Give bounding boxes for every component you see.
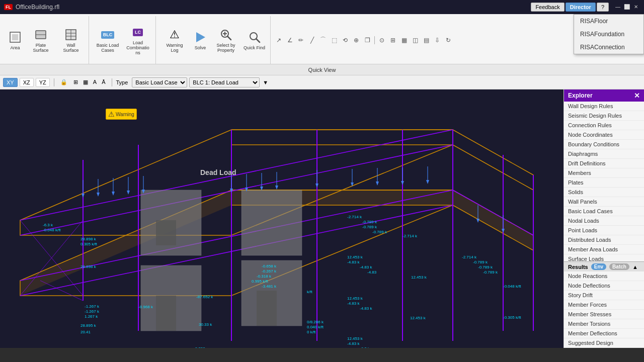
results-list: Node ReactionsNode DeflectionsStory Drif… [564,272,644,348]
director-button[interactable]: Director [566,3,596,12]
results-item-2[interactable]: Story Drift [564,291,644,300]
explorer-item-11[interactable]: Basic Load Cases [564,207,644,216]
explorer-item-7[interactable]: Members [564,168,644,178]
line-icon[interactable]: ╱ [307,35,317,45]
svg-text:Dead Load: Dead Load [200,168,236,176]
wall-icon[interactable]: ▤ [421,35,431,45]
svg-text:-0.305 k/ft: -0.305 k/ft [503,315,521,320]
text1-icon[interactable]: A [91,78,99,86]
results-item-6[interactable]: Member Deflections [564,329,644,338]
grid1-icon[interactable]: ⊞ [71,78,80,86]
results-header: Results Env Batch ▲ [564,262,644,272]
svg-rect-44 [257,291,277,326]
area-button[interactable]: Area [5,28,25,52]
app-icon: FL [4,4,13,10]
svg-text:-0.789 k: -0.789 k [473,260,488,264]
results-item-5[interactable]: Member Torsions [564,319,644,329]
viewport[interactable]: -6.3 k -0.048 k/ft 28.898 k 28.898 k 0.3… [0,89,564,348]
warning-badge[interactable]: ⚠ Warning [106,109,137,120]
plane-xy-button[interactable]: XY [3,78,18,87]
results-item-4[interactable]: Member Stresses [564,310,644,319]
lock-icon[interactable]: 🔒 [58,78,69,86]
explorer-item-2[interactable]: Connection Rules [564,121,644,130]
transform-icon[interactable]: ⟲ [340,35,350,45]
risafloor-item[interactable]: RISAFloor [574,15,643,28]
restore-button[interactable]: ⬜ [623,3,631,11]
svg-text:-0.318 k: -0.318 k [257,274,272,279]
risaconnection-item[interactable]: RISAConnection [574,41,643,54]
load-combinations-button[interactable]: LC Load Combinations [123,23,152,57]
load-icon[interactable]: ⇩ [432,35,442,45]
explorer-item-10[interactable]: Wall Panels [564,197,644,207]
explorer-item-5[interactable]: Diaphragms [564,149,644,159]
svg-text:12.453 k: 12.453 k [410,316,426,320]
load-dropdown[interactable]: BLC 1: Dead Load [189,77,260,87]
separator [54,78,54,86]
angle-icon[interactable]: ∠ [285,35,295,45]
explorer-close-button[interactable]: ✕ [634,92,640,100]
explorer-item-15[interactable]: Member Area Loads [564,245,644,254]
results-item-7[interactable]: Suggested Design [564,338,644,348]
svg-text:12.453 k: 12.453 k [347,336,363,341]
dropdown-arrow[interactable]: ▼ [262,78,269,86]
explorer-item-13[interactable]: Point Loads [564,226,644,235]
explorer-item-8[interactable]: Plates [564,178,644,188]
plate-surface-button[interactable]: Plate Surface [26,26,55,54]
solve-button[interactable]: Solve [190,28,210,52]
select-icon[interactable]: ⬚ [329,35,339,45]
explorer-item-9[interactable]: Solids [564,188,644,197]
plane-xz-button[interactable]: XZ [20,78,34,87]
wall-surface-label: Wall Surface [58,43,84,53]
zoom-icon[interactable]: ⊕ [351,35,361,45]
results-batch-tab[interactable]: Batch [609,263,629,270]
basic-load-cases-button[interactable]: BLC Basic Load Cases [93,26,122,54]
explorer-item-12[interactable]: Nodal Loads [564,216,644,226]
member-icon[interactable]: ⊞ [388,35,398,45]
plane-yz-button[interactable]: YZ [36,78,50,87]
explorer-item-0[interactable]: Wall Design Rules [564,102,644,111]
ribbon-group-area: Area Plate Surface Wall Surface [2,16,89,64]
svg-text:28.898 k: 28.898 k [80,264,97,269]
node-icon[interactable]: ⊙ [377,35,387,45]
separator [374,36,375,44]
copy-icon[interactable]: ❐ [362,35,372,45]
explorer-item-14[interactable]: Distributed Loads [564,235,644,245]
explorer-item-1[interactable]: Seismic Design Rules [564,111,644,121]
results-item-3[interactable]: Member Forces [564,300,644,310]
quick-find-button[interactable]: Quick Find [242,28,267,52]
pen-icon[interactable]: ✏ [296,35,306,45]
type-dropdown[interactable]: Basic Load Case [132,77,187,87]
grid2-icon[interactable]: ▦ [81,78,90,86]
risafoundation-item[interactable]: RISAFoundation [574,28,643,41]
results-section: Results Env Batch ▲ Node ReactionsNode D… [564,261,644,348]
svg-text:-0.048 k/ft: -0.048 k/ft [43,228,61,232]
results-item-0[interactable]: Node Reactions [564,272,644,281]
explorer-item-4[interactable]: Boundary Conditions [564,140,644,149]
svg-text:-2.714 k: -2.714 k [462,255,477,259]
svg-text:-0.789 k: -0.789 k [362,220,377,224]
diaphragm-icon[interactable]: ◫ [410,35,420,45]
refresh-icon[interactable]: ↻ [443,35,453,45]
plate-icon[interactable]: ▦ [399,35,409,45]
warning-log-button[interactable]: ⚠ Warning Log [160,26,189,54]
svg-text:0/8.286 k: 0/8.286 k [307,320,324,324]
main-layout: -6.3 k -0.048 k/ft 28.898 k 28.898 k 0.3… [0,89,644,348]
wall-surface-button[interactable]: Wall Surface [56,26,86,54]
svg-text:-3.481 k: -3.481 k [262,284,277,289]
text2-icon[interactable]: Ā [100,78,107,86]
results-env-tab[interactable]: Env [591,263,606,270]
structure-canvas: -6.3 k -0.048 k/ft 28.898 k 28.898 k 0.3… [0,89,564,348]
feedback-button[interactable]: Feedback [531,3,564,12]
polyline-icon[interactable]: ⌒ [318,35,328,45]
results-collapse-button[interactable]: ▲ [632,264,638,270]
explorer-item-3[interactable]: Node Coordinates [564,130,644,140]
arrow-icon[interactable]: ↗ [274,35,284,45]
grid-buttons: ⊞ ▦ A Ā [71,78,108,86]
close-button[interactable]: ✕ [632,3,640,11]
results-item-1[interactable]: Node Deflections [564,281,644,291]
minimize-button[interactable]: — [614,3,622,11]
select-by-property-button[interactable]: Select by Property [211,26,240,54]
explorer-item-6[interactable]: Drift Definitions [564,159,644,168]
help-button[interactable]: ? [597,3,609,12]
explorer-item-16[interactable]: Surface Loads [564,254,644,261]
